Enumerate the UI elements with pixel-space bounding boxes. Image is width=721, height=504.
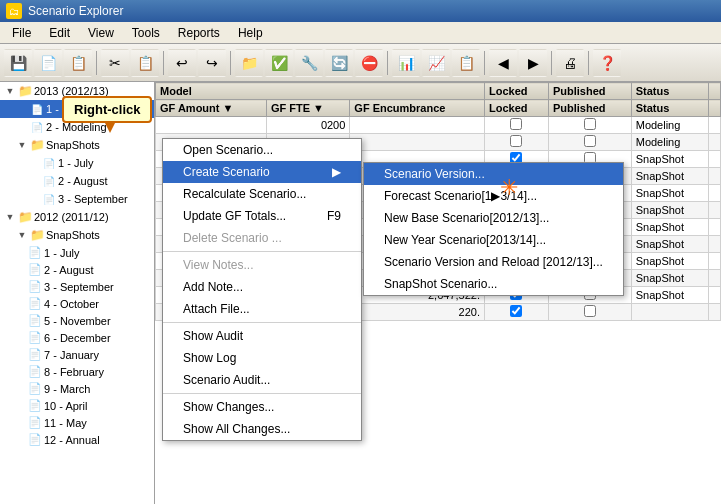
sub-new-year-scenario[interactable]: New Year Scenario[2013/14]...: [364, 229, 623, 251]
ctx-update-gf[interactable]: Update GF Totals... F9: [163, 205, 361, 227]
expand-snapshots-2013[interactable]: ▼: [16, 139, 28, 151]
tb-tools[interactable]: 🔧: [295, 49, 323, 77]
ctx-show-audit[interactable]: Show Audit: [163, 325, 361, 347]
tb-folder[interactable]: 📁: [235, 49, 263, 77]
tb-stop[interactable]: ⛔: [355, 49, 383, 77]
tb-report[interactable]: 📋: [452, 49, 480, 77]
table-row[interactable]: 0200Modeling: [156, 117, 721, 134]
page-icon-3-september-2013: 📄: [42, 192, 56, 206]
ctx-add-note[interactable]: Add Note...: [163, 276, 361, 298]
tree-label-4-october: 4 - October: [44, 298, 99, 310]
tree-node-9-march[interactable]: 📄 9 - March: [0, 380, 154, 397]
tb-save[interactable]: 💾: [4, 49, 32, 77]
sub-new-base-scenario[interactable]: New Base Scenario[2012/13]...: [364, 207, 623, 229]
app-icon: 🗂: [6, 3, 22, 19]
page-icon-2-modeling: 📄: [30, 120, 44, 134]
page-icon-5-november: 📄: [28, 314, 42, 327]
sub-scenario-version-reload[interactable]: Scenario Version and Reload [2012/13]...: [364, 251, 623, 273]
tb-back[interactable]: ◀: [489, 49, 517, 77]
menu-file[interactable]: File: [4, 24, 39, 42]
tree-node-1-july-2012[interactable]: 📄 1 - July: [0, 244, 154, 261]
context-menu: Open Scenario... Create Scenario ▶ Recal…: [162, 138, 362, 441]
tb-help[interactable]: ❓: [593, 49, 621, 77]
col-header-published: Published: [548, 83, 631, 100]
tb-refresh[interactable]: 🔄: [325, 49, 353, 77]
tree-node-5-november[interactable]: 📄 5 - November: [0, 312, 154, 329]
menu-view[interactable]: View: [80, 24, 122, 42]
tree-label-8-february: 8 - February: [44, 366, 104, 378]
tree-label-3-september-2012: 3 - September: [44, 281, 114, 293]
tree-label-2012: 2012 (2011/12): [34, 211, 109, 223]
tb-check[interactable]: ✅: [265, 49, 293, 77]
ctx-create-scenario[interactable]: Create Scenario ▶: [163, 161, 361, 183]
col-gf-encumbrance[interactable]: GF Encumbrance: [350, 100, 485, 117]
tree-node-8-february[interactable]: 📄 8 - February: [0, 363, 154, 380]
tb-print[interactable]: 🖨: [556, 49, 584, 77]
tree-label-11-may: 11 - May: [44, 417, 87, 429]
tb-open[interactable]: 📋: [64, 49, 92, 77]
tb-chart[interactable]: 📊: [392, 49, 420, 77]
folder-icon-2013: 📁: [18, 84, 32, 98]
expand-2-august-2013: [28, 175, 40, 187]
expand-2013[interactable]: ▼: [4, 85, 16, 97]
menu-edit[interactable]: Edit: [41, 24, 78, 42]
page-icon-6-december: 📄: [28, 331, 42, 344]
tb-redo[interactable]: ↪: [198, 49, 226, 77]
ctx-open-scenario[interactable]: Open Scenario...: [163, 139, 361, 161]
tree-node-4-october[interactable]: 📄 4 - October: [0, 295, 154, 312]
tree-node-2-august-2013[interactable]: 📄 2 - August: [0, 172, 154, 190]
folder-icon-snapshots-2012: 📁: [30, 228, 44, 242]
col-locked: Locked: [484, 100, 548, 117]
sub-forecast-scenario[interactable]: Forecast Scenario[1▶3/14]...: [364, 185, 623, 207]
menu-reports[interactable]: Reports: [170, 24, 228, 42]
menu-bar: File Edit View Tools Reports Help: [0, 22, 721, 44]
tree-node-10-april[interactable]: 📄 10 - April: [0, 397, 154, 414]
col-published: Published: [548, 100, 631, 117]
expand-3-september-2013: [28, 193, 40, 205]
tree-node-12-annual[interactable]: 📄 12 - Annual: [0, 431, 154, 448]
title-bar: 🗂 Scenario Explorer: [0, 0, 721, 22]
ctx-show-all-changes[interactable]: Show All Changes...: [163, 418, 361, 440]
page-icon-7-january: 📄: [28, 348, 42, 361]
ctx-attach-file[interactable]: Attach File...: [163, 298, 361, 320]
sub-scenario-version[interactable]: Scenario Version...: [364, 163, 623, 185]
ctx-show-log[interactable]: Show Log: [163, 347, 361, 369]
tree-node-1-july-2013[interactable]: 📄 1 - July: [0, 154, 154, 172]
tree-node-snapshots-2013[interactable]: ▼ 📁 SnapShots: [0, 136, 154, 154]
tree-node-snapshots-2012[interactable]: ▼ 📁 SnapShots: [0, 226, 154, 244]
expand-2012[interactable]: ▼: [4, 211, 16, 223]
spark-effect: ✳: [500, 175, 518, 201]
tree-node-2012[interactable]: ▼ 📁 2012 (2011/12): [0, 208, 154, 226]
tb-undo[interactable]: ↩: [168, 49, 196, 77]
menu-help[interactable]: Help: [230, 24, 271, 42]
tree-node-2-august-2012[interactable]: 📄 2 - August: [0, 261, 154, 278]
page-icon-8-february: 📄: [28, 365, 42, 378]
submenu: Scenario Version... Forecast Scenario[1▶…: [363, 162, 624, 296]
page-icon-1-july-2012: 📄: [28, 246, 42, 259]
ctx-recalculate[interactable]: Recalculate Scenario...: [163, 183, 361, 205]
expand-snapshots-2012[interactable]: ▼: [16, 229, 28, 241]
col-gf-amount[interactable]: GF Amount ▼: [156, 100, 267, 117]
ctx-delete-scenario: Delete Scenario ...: [163, 227, 361, 249]
page-icon-2-august-2012: 📄: [28, 263, 42, 276]
col-gf-fte[interactable]: GF FTE ▼: [266, 100, 349, 117]
ctx-update-gf-shortcut: F9: [327, 209, 341, 223]
tree-node-6-december[interactable]: 📄 6 - December: [0, 329, 154, 346]
tb-copy[interactable]: 📋: [131, 49, 159, 77]
ctx-show-changes[interactable]: Show Changes...: [163, 396, 361, 418]
menu-tools[interactable]: Tools: [124, 24, 168, 42]
ctx-sep-3: [163, 393, 361, 394]
tree-label-1-july-2013: 1 - July: [58, 157, 93, 169]
tb-forward[interactable]: ▶: [519, 49, 547, 77]
tree-node-7-january[interactable]: 📄 7 - January: [0, 346, 154, 363]
sub-snapshot-scenario[interactable]: SnapShot Scenario...: [364, 273, 623, 295]
tb-cut[interactable]: ✂: [101, 49, 129, 77]
ctx-scenario-audit[interactable]: Scenario Audit...: [163, 369, 361, 391]
tb-chart2[interactable]: 📈: [422, 49, 450, 77]
ctx-sep-2: [163, 322, 361, 323]
folder-icon-2012: 📁: [18, 210, 32, 224]
tb-new[interactable]: 📄: [34, 49, 62, 77]
tree-node-11-may[interactable]: 📄 11 - May: [0, 414, 154, 431]
tree-node-3-september-2012[interactable]: 📄 3 - September: [0, 278, 154, 295]
tree-node-3-september-2013[interactable]: 📄 3 - September: [0, 190, 154, 208]
